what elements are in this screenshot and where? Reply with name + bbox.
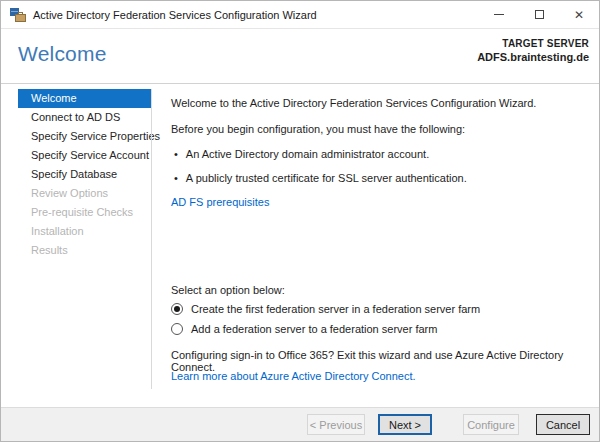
nav-item-pre-requisite-checks: Pre-requisite Checks	[18, 203, 151, 222]
page-title: Welcome	[18, 42, 107, 66]
select-option-label: Select an option below:	[171, 284, 285, 296]
adfs-prerequisites-link[interactable]: AD FS prerequisites	[171, 196, 269, 208]
wizard-step-nav: Welcome Connect to AD DS Specify Service…	[18, 89, 151, 260]
minimize-icon	[494, 14, 504, 15]
azure-ad-connect-link[interactable]: Learn more about Azure Active Directory …	[171, 370, 416, 382]
nav-item-installation: Installation	[18, 222, 151, 241]
nav-item-review-options: Review Options	[18, 184, 151, 203]
cancel-button[interactable]: Cancel	[536, 414, 590, 435]
nav-divider	[151, 89, 152, 389]
radio-add-label: Add a federation server to a federation …	[191, 323, 437, 335]
window-title: Active Directory Federation Services Con…	[33, 9, 317, 21]
minimize-button[interactable]	[479, 1, 519, 28]
server-manager-icon	[10, 8, 26, 22]
nav-item-connect-to-ad-ds[interactable]: Connect to AD DS	[18, 108, 151, 127]
before-heading: Before you begin configuration, you must…	[171, 123, 465, 135]
close-icon: ✕	[574, 9, 584, 21]
maximize-icon	[535, 10, 544, 19]
intro-text: Welcome to the Active Directory Federati…	[171, 97, 536, 109]
nav-item-welcome[interactable]: Welcome	[18, 89, 151, 108]
wizard-header: Welcome TARGET SERVER ADFS.braintesting.…	[1, 29, 599, 84]
nav-item-specify-service-account[interactable]: Specify Service Account	[18, 146, 151, 165]
radio-create-first-federation-server[interactable]: Create the first federation server in a …	[171, 303, 480, 315]
wizard-body: Welcome Connect to AD DS Specify Service…	[1, 84, 599, 409]
configure-button: Configure	[463, 414, 519, 435]
nav-item-specify-service-properties[interactable]: Specify Service Properties	[18, 127, 151, 146]
wizard-window: Active Directory Federation Services Con…	[0, 0, 600, 442]
wizard-footer: < Previous Next > Configure Cancel	[1, 407, 599, 441]
nav-item-results: Results	[18, 241, 151, 260]
bullet-admin-account: An Active Directory domain administrator…	[171, 148, 429, 160]
next-button[interactable]: Next >	[378, 414, 432, 435]
target-server-label: TARGET SERVER	[477, 38, 589, 49]
titlebar: Active Directory Federation Services Con…	[1, 1, 599, 29]
close-button[interactable]: ✕	[559, 1, 599, 28]
target-server-block: TARGET SERVER ADFS.braintesting.de	[477, 38, 589, 63]
nav-item-specify-database[interactable]: Specify Database	[18, 165, 151, 184]
target-server-name: ADFS.braintesting.de	[477, 51, 589, 63]
previous-button: < Previous	[307, 414, 365, 435]
radio-selected-icon	[171, 303, 183, 315]
maximize-button[interactable]	[519, 1, 559, 28]
radio-create-label: Create the first federation server in a …	[191, 303, 480, 315]
radio-add-federation-server[interactable]: Add a federation server to a federation …	[171, 323, 437, 335]
bullet-ssl-certificate: A publicly trusted certificate for SSL s…	[171, 172, 467, 184]
radio-unselected-icon	[171, 323, 183, 335]
